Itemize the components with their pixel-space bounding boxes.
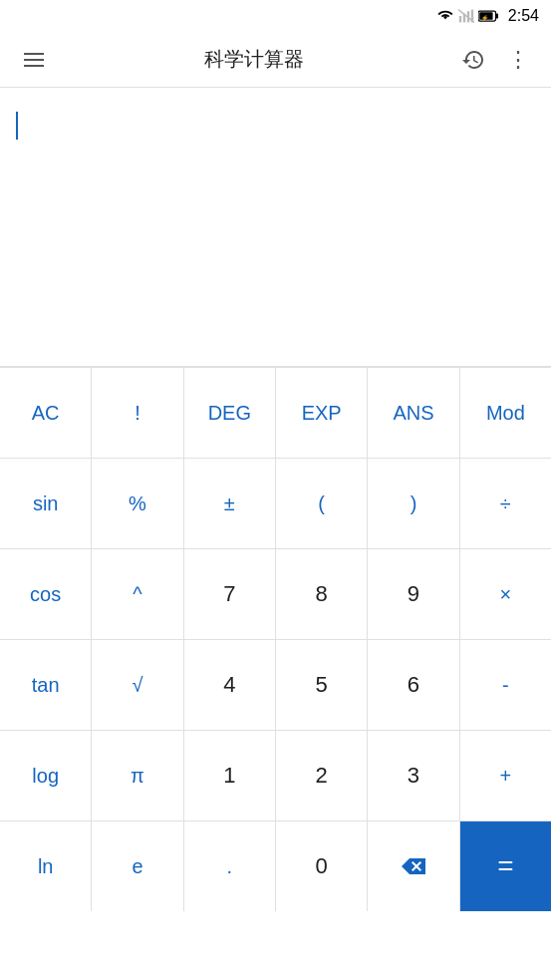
key-3[interactable]: 3 [368, 731, 458, 820]
status-bar: ⚡ 2:54 [0, 0, 551, 32]
more-button[interactable]: ⋮ [499, 42, 535, 78]
battery-icon: ⚡ [478, 9, 498, 23]
key-tan[interactable]: tan [0, 640, 91, 730]
key--[interactable]: % [92, 459, 182, 548]
key--[interactable]: ( [276, 459, 367, 548]
key-EXP[interactable]: EXP [276, 368, 367, 458]
key--[interactable]: ) [368, 459, 458, 548]
key-1[interactable]: 1 [184, 731, 275, 820]
cursor [16, 112, 18, 140]
key-4[interactable]: 4 [184, 640, 275, 730]
status-time: 2:54 [508, 7, 539, 25]
key-ANS[interactable]: ANS [368, 368, 458, 458]
key-sin[interactable]: sin [0, 459, 91, 548]
keypad: AC!DEGEXPANSModsin%±()÷cos^789×tan√456-l… [0, 367, 551, 911]
display-area[interactable] [0, 88, 551, 367]
history-button[interactable] [455, 42, 491, 78]
wifi-icon [436, 9, 454, 23]
key--[interactable]: ! [92, 368, 182, 458]
app-title: 科学计算器 [52, 46, 455, 73]
key--[interactable]: + [460, 731, 551, 820]
key-7[interactable]: 7 [184, 549, 275, 639]
svg-rect-6 [496, 14, 498, 19]
key-5[interactable]: 5 [276, 640, 367, 730]
key-AC[interactable]: AC [0, 368, 91, 458]
key--[interactable]: ÷ [460, 459, 551, 548]
hamburger-icon [24, 53, 44, 67]
signal-icon [458, 9, 474, 23]
history-icon [461, 48, 485, 72]
key--[interactable]: = [460, 821, 551, 911]
key--[interactable]: π [92, 731, 182, 820]
key--[interactable]: ± [184, 459, 275, 548]
toolbar-actions: ⋮ [455, 42, 535, 78]
key--[interactable]: ^ [92, 549, 182, 639]
menu-button[interactable] [16, 42, 52, 78]
key-0[interactable]: 0 [276, 821, 367, 911]
key-Mod[interactable]: Mod [460, 368, 551, 458]
key-ln[interactable]: ln [0, 821, 91, 911]
more-icon: ⋮ [507, 49, 528, 71]
key--[interactable]: √ [92, 640, 182, 730]
key-8[interactable]: 8 [276, 549, 367, 639]
toolbar: 科学计算器 ⋮ [0, 32, 551, 88]
key-log[interactable]: log [0, 731, 91, 820]
key-cos[interactable]: cos [0, 549, 91, 639]
key--[interactable]: × [460, 549, 551, 639]
key-2[interactable]: 2 [276, 731, 367, 820]
key--[interactable]: . [184, 821, 275, 911]
svg-text:⚡: ⚡ [481, 14, 489, 22]
key--[interactable] [368, 821, 458, 911]
key-DEG[interactable]: DEG [184, 368, 275, 458]
status-icons: ⚡ 2:54 [436, 7, 539, 25]
key-9[interactable]: 9 [368, 549, 458, 639]
key--[interactable]: - [460, 640, 551, 730]
key-6[interactable]: 6 [368, 640, 458, 730]
svg-rect-0 [459, 16, 461, 22]
key-e[interactable]: e [92, 821, 182, 911]
backspace-icon [400, 856, 427, 876]
